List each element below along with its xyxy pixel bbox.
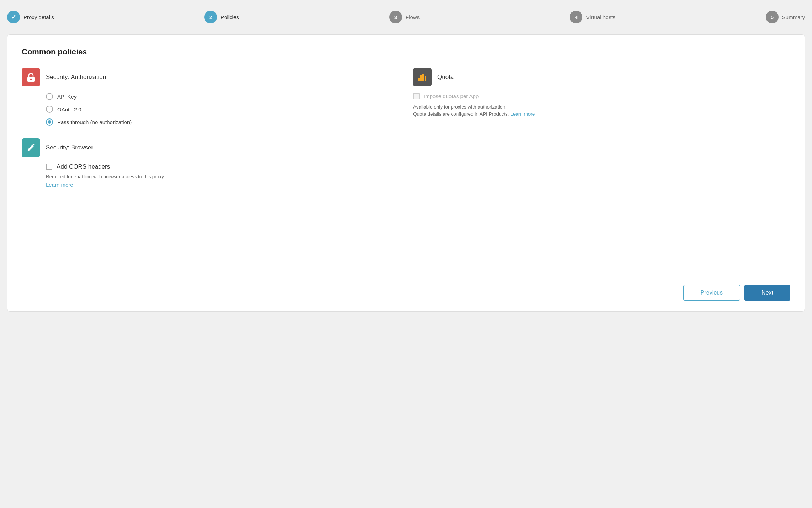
chart-icon bbox=[417, 73, 427, 82]
next-button[interactable]: Next bbox=[744, 285, 790, 301]
step-policies[interactable]: 2 Policies bbox=[204, 11, 239, 23]
radio-label-api-key: API Key bbox=[57, 94, 77, 100]
stepper: ✓ Proxy details 2 Policies 3 Flows 4 Vir… bbox=[7, 7, 805, 27]
cors-checkbox-label: Add CORS headers bbox=[57, 163, 110, 170]
card-title: Common policies bbox=[22, 47, 790, 57]
step-virtual-hosts[interactable]: 4 Virtual hosts bbox=[570, 11, 615, 23]
quota-helper: Available only for proxies with authoriz… bbox=[413, 104, 790, 118]
security-browser-section: Security: Browser Add CORS headers Requi… bbox=[22, 138, 790, 188]
radio-api-key[interactable]: API Key bbox=[46, 93, 399, 100]
step-circle-1: ✓ bbox=[7, 11, 20, 23]
quota-checkbox-label: Impose quotas per App bbox=[424, 93, 479, 99]
radio-label-pass-through: Pass through (no authorization) bbox=[57, 119, 132, 125]
step-connector-3 bbox=[424, 17, 565, 17]
security-authorization-section: Security: Authorization API Key OAuth 2.… bbox=[22, 68, 399, 126]
pencil-icon bbox=[26, 143, 36, 152]
step-flows[interactable]: 3 Flows bbox=[389, 11, 420, 23]
main-card: Common policies Security: Authorization bbox=[7, 34, 805, 312]
svg-rect-5 bbox=[425, 76, 426, 81]
security-authorization-icon bbox=[22, 68, 40, 86]
security-authorization-title: Security: Authorization bbox=[46, 74, 106, 81]
policies-grid: Security: Authorization API Key OAuth 2.… bbox=[22, 68, 790, 126]
browser-checkbox-options: Add CORS headers bbox=[22, 163, 790, 170]
step-connector-4 bbox=[620, 17, 761, 17]
quota-section: Quota Impose quotas per App Available on… bbox=[413, 68, 790, 126]
browser-learn-more-link[interactable]: Learn more bbox=[22, 182, 790, 188]
step-number-2: 2 bbox=[209, 14, 212, 20]
step-connector-1 bbox=[58, 17, 200, 17]
step-label-1: Proxy details bbox=[23, 14, 54, 20]
quota-icon bbox=[413, 68, 432, 86]
step-summary[interactable]: 5 Summary bbox=[766, 11, 805, 23]
cors-checkbox[interactable] bbox=[46, 164, 52, 170]
step-circle-2: 2 bbox=[204, 11, 217, 23]
svg-rect-2 bbox=[418, 78, 420, 81]
radio-pass-through[interactable]: Pass through (no authorization) bbox=[46, 118, 399, 126]
nav-buttons: Previous Next bbox=[683, 285, 790, 301]
radio-oauth2[interactable]: OAuth 2.0 bbox=[46, 106, 399, 113]
step-proxy-details[interactable]: ✓ Proxy details bbox=[7, 11, 54, 23]
step-label-2: Policies bbox=[221, 14, 239, 20]
step-number-5: 5 bbox=[771, 14, 774, 20]
radio-input-pass-through[interactable] bbox=[46, 118, 53, 126]
security-browser-title: Security: Browser bbox=[46, 144, 93, 151]
svg-point-1 bbox=[30, 79, 32, 80]
step-number-4: 4 bbox=[575, 14, 578, 20]
step-label-5: Summary bbox=[782, 14, 805, 20]
step-circle-3: 3 bbox=[389, 11, 402, 23]
security-browser-header: Security: Browser bbox=[22, 138, 790, 157]
radio-input-oauth2[interactable] bbox=[46, 106, 53, 113]
cors-checkbox-row[interactable]: Add CORS headers bbox=[46, 163, 790, 170]
svg-rect-3 bbox=[420, 75, 422, 81]
step-connector-2 bbox=[243, 17, 385, 17]
quota-header: Quota bbox=[413, 68, 790, 86]
previous-button[interactable]: Previous bbox=[683, 285, 740, 301]
radio-input-api-key[interactable] bbox=[46, 93, 53, 100]
browser-helper-text: Required for enabling web browser access… bbox=[22, 173, 790, 180]
svg-rect-4 bbox=[422, 74, 424, 81]
step-label-3: Flows bbox=[406, 14, 420, 20]
step-circle-4: 4 bbox=[570, 11, 582, 23]
quota-learn-more-link[interactable]: Learn more bbox=[510, 111, 535, 117]
radio-options-auth: API Key OAuth 2.0 Pass through (no autho… bbox=[22, 93, 399, 126]
browser-helper-line: Required for enabling web browser access… bbox=[46, 174, 165, 179]
quota-helper-line1: Available only for proxies with authoriz… bbox=[413, 104, 506, 110]
quota-title: Quota bbox=[437, 74, 454, 81]
step-number-3: 3 bbox=[394, 14, 397, 20]
step-label-4: Virtual hosts bbox=[586, 14, 615, 20]
step-circle-5: 5 bbox=[766, 11, 779, 23]
checkmark-icon: ✓ bbox=[11, 13, 16, 21]
security-browser-icon bbox=[22, 138, 40, 157]
quota-checkbox[interactable] bbox=[413, 93, 420, 99]
security-authorization-header: Security: Authorization bbox=[22, 68, 399, 86]
quota-helper-line2: Quota details are configured in API Prod… bbox=[413, 111, 509, 117]
quota-checkbox-row: Impose quotas per App bbox=[413, 93, 790, 99]
radio-label-oauth2: OAuth 2.0 bbox=[57, 106, 81, 112]
lock-icon bbox=[26, 72, 36, 82]
